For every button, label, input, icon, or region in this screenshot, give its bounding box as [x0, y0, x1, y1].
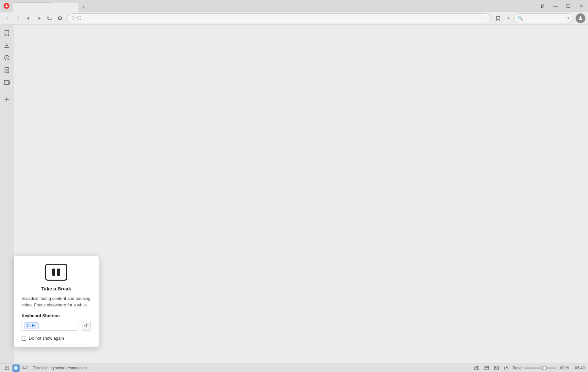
new-tab-button[interactable]: +	[78, 3, 88, 12]
shield-icon: 🛡	[72, 16, 76, 21]
statusbar-left: Establishing secure connection...	[3, 364, 90, 372]
svg-rect-7	[15, 367, 16, 369]
window-icon[interactable]	[483, 364, 490, 372]
do-not-show-checkbox[interactable]	[22, 336, 26, 341]
active-tab[interactable]	[13, 3, 78, 12]
address-bar[interactable]: 🛡 ⓘ	[67, 13, 491, 23]
sidebar-item-history[interactable]	[1, 52, 12, 63]
sidebar-item-add[interactable]	[1, 94, 12, 105]
image-icon[interactable]	[493, 364, 500, 372]
back-button[interactable]	[3, 13, 12, 23]
zoom-control: Reset 100 %	[513, 366, 569, 370]
do-not-show-row: Do not show again	[22, 336, 91, 341]
svg-rect-8	[16, 367, 17, 369]
status-time: 06:49	[572, 366, 585, 370]
statusbar: Establishing secure connection...	[0, 364, 588, 372]
reload-button[interactable]	[44, 13, 54, 23]
home-button[interactable]	[55, 13, 65, 23]
svg-rect-9	[475, 367, 479, 370]
svg-point-10	[476, 367, 478, 369]
zoom-slider[interactable]	[524, 367, 557, 369]
svg-rect-6	[14, 366, 17, 369]
search-dropdown[interactable]: ▾	[567, 16, 569, 20]
tab-bar: +	[13, 0, 88, 12]
popup-description: Vivaldi is fading content and pausing vi…	[22, 295, 91, 308]
take-a-break-popup: Take a Break Vivaldi is fading content a…	[14, 256, 99, 347]
zoom-percent: 100 %	[558, 366, 569, 370]
svg-rect-11	[485, 366, 489, 370]
status-cloud-icon[interactable]	[22, 364, 29, 372]
code-icon[interactable]	[503, 364, 510, 372]
camera-icon[interactable]	[473, 364, 481, 372]
shortcut-key: Ctrl+.	[24, 322, 39, 329]
tab-progress	[13, 3, 52, 3]
sidebar-item-notes[interactable]	[1, 65, 12, 76]
rewind-button[interactable]	[24, 13, 33, 23]
main-layout: Take a Break Vivaldi is fading content a…	[0, 25, 588, 364]
restore-button[interactable]	[562, 0, 575, 12]
navbar: 🛡 ⓘ 🔍 ▾	[0, 12, 588, 25]
popup-icon-area	[22, 264, 91, 281]
address-icons: 🛡 ⓘ	[72, 15, 81, 21]
svg-rect-0	[567, 4, 570, 8]
zoom-thumb[interactable]	[542, 366, 547, 370]
pause-bar-left	[52, 269, 55, 276]
statusbar-right: Reset 100 % 06:49	[473, 364, 585, 372]
close-button[interactable]: ✕	[575, 0, 588, 12]
svg-point-1	[580, 16, 581, 18]
titlebar-left: +	[0, 0, 88, 12]
info-icon: ⓘ	[77, 15, 81, 21]
shortcut-label: Keyboard Shortcut	[22, 313, 91, 318]
status-security-icon[interactable]	[3, 364, 10, 372]
popup-title: Take a Break	[22, 286, 91, 291]
sidebar-item-captures[interactable]	[1, 77, 12, 88]
sidebar-item-downloads[interactable]	[1, 40, 12, 51]
search-bar[interactable]: 🔍 ▾	[514, 13, 573, 23]
shortcut-input[interactable]: Ctrl+.	[22, 321, 78, 331]
bookmark-dropdown[interactable]	[504, 13, 514, 23]
zoom-reset-button[interactable]: Reset	[513, 366, 523, 370]
fast-forward-button[interactable]	[34, 13, 44, 23]
status-text: Establishing secure connection...	[33, 366, 90, 370]
pause-bar-right	[57, 269, 60, 276]
titlebar: + — ✕	[0, 0, 588, 12]
do-not-show-label: Do not show again	[29, 336, 64, 341]
sidebar-item-bookmarks[interactable]	[1, 27, 12, 39]
sidebar-divider	[3, 91, 11, 91]
forward-button[interactable]	[13, 13, 23, 23]
svg-rect-4	[4, 81, 9, 85]
reset-shortcut-button[interactable]: ↺	[81, 321, 91, 331]
vivaldi-logo[interactable]	[0, 0, 13, 12]
profile-button[interactable]	[576, 13, 585, 23]
sidebar	[0, 25, 14, 364]
search-icon: 🔍	[518, 16, 523, 21]
shortcut-row: Ctrl+. ↺	[22, 321, 91, 331]
pause-icon	[45, 264, 67, 281]
delete-button[interactable]	[536, 0, 549, 12]
status-break-icon[interactable]	[12, 364, 20, 372]
titlebar-controls: — ✕	[536, 0, 588, 12]
bookmark-icon[interactable]	[493, 13, 503, 23]
minimize-button[interactable]: —	[549, 0, 562, 12]
content-area: Take a Break Vivaldi is fading content a…	[14, 25, 588, 364]
